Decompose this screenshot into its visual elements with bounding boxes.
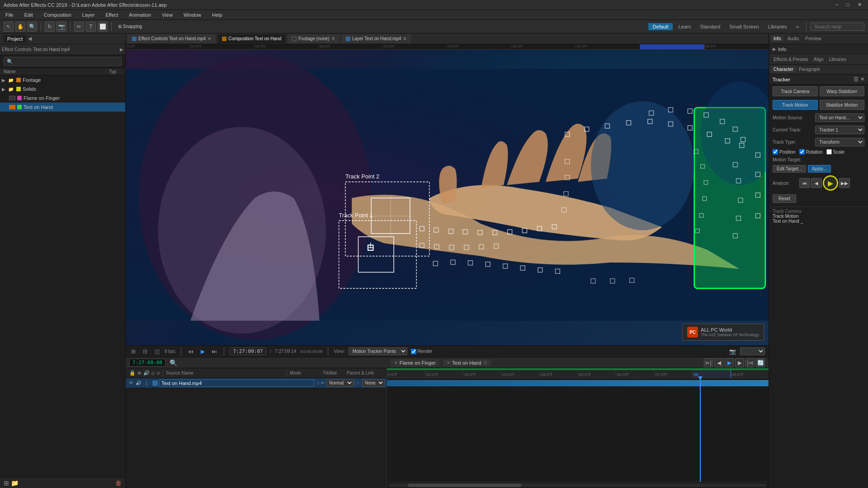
track-motion-btn[interactable]: Track Motion bbox=[773, 100, 818, 110]
apply-btn[interactable]: Apply... bbox=[808, 165, 831, 173]
solo-icon[interactable]: ◎ bbox=[151, 371, 155, 375]
current-timecode[interactable]: 7:27:00:07 bbox=[230, 347, 266, 355]
next-frame-btn[interactable]: ▶ bbox=[735, 358, 744, 367]
snapshot-btn[interactable]: 📷 bbox=[728, 347, 736, 356]
menu-file[interactable]: File bbox=[4, 11, 15, 19]
delete-icon[interactable]: 🗑 bbox=[115, 479, 122, 487]
menu-animation[interactable]: Animation bbox=[127, 11, 153, 19]
list-item[interactable]: ▶ Text on Hand bbox=[0, 103, 125, 112]
render-checkbox[interactable] bbox=[411, 349, 416, 354]
tab-footage[interactable]: Footage (none) ✕ bbox=[288, 34, 339, 43]
info-section-header[interactable]: ▶ Info bbox=[769, 44, 868, 54]
rpanel-tab-libs[interactable]: Libraries bbox=[826, 56, 849, 63]
scale-checkbox-label[interactable]: Scale bbox=[826, 149, 844, 155]
warp-stabilizer-btn[interactable]: Warp Stabilizer bbox=[820, 86, 865, 96]
workspace-default[interactable]: Default bbox=[648, 23, 673, 30]
tool-zoom[interactable]: 🔍 bbox=[27, 22, 37, 32]
tool-pen[interactable]: ✏ bbox=[74, 22, 84, 32]
position-checkbox[interactable] bbox=[773, 149, 778, 155]
zoom-in-btn[interactable]: 🔍 bbox=[169, 359, 177, 367]
layer-row[interactable]: 👁 🔊 1 ☆ ✏ Normal Add bbox=[126, 378, 387, 388]
rotation-checkbox-label[interactable]: Rotation bbox=[799, 149, 823, 155]
workspace-libraries[interactable]: Libraries bbox=[764, 23, 791, 30]
current-track-select[interactable]: Tracker 1 bbox=[815, 126, 864, 134]
go-to-start-btn[interactable]: ⏮ bbox=[187, 347, 195, 356]
composition-name-badge[interactable]: ✕ Flame on Finger bbox=[391, 359, 439, 366]
menu-help[interactable]: Help bbox=[210, 11, 224, 19]
search-help-input[interactable] bbox=[810, 23, 864, 31]
close-icon[interactable]: ✕ bbox=[331, 36, 335, 41]
zoom-select[interactable]: 200% bbox=[740, 347, 765, 355]
analyze-play-btn[interactable]: ▶ bbox=[823, 175, 838, 191]
vis-eye[interactable]: 👁 bbox=[127, 380, 135, 387]
tool-hand[interactable]: ✋ bbox=[15, 22, 25, 32]
loop-btn[interactable]: 🔄 bbox=[756, 358, 765, 367]
parent-selector[interactable]: None bbox=[362, 379, 385, 387]
menu-composition[interactable]: Composition bbox=[42, 11, 73, 19]
menu-effect[interactable]: Effect bbox=[104, 11, 120, 19]
go-to-end-btn[interactable]: ⏭ bbox=[210, 347, 218, 356]
close-btn[interactable]: ✕ bbox=[855, 2, 864, 8]
star-icon[interactable]: ☆ bbox=[316, 380, 320, 385]
workspace-learn[interactable]: Learn bbox=[675, 23, 694, 30]
edit-target-btn[interactable]: Edit Target... bbox=[773, 165, 806, 173]
analyze-forward-btn[interactable]: ▶▶ bbox=[839, 178, 850, 188]
rpanel-tab-character[interactable]: Character bbox=[771, 66, 796, 73]
lock-icon[interactable]: 🔒 bbox=[129, 370, 136, 376]
new-folder-icon[interactable]: 📁 bbox=[11, 479, 19, 487]
jump-out-btn[interactable]: |⊲ bbox=[745, 358, 755, 367]
panel-menu-btn[interactable]: ☰ bbox=[854, 76, 859, 83]
tab-composition[interactable]: Composition Text on Hand bbox=[217, 34, 286, 43]
transparency-btn[interactable]: ◫ bbox=[153, 347, 161, 356]
motion-source-select[interactable]: Text on Hand... bbox=[815, 113, 864, 122]
eye-icon[interactable]: 👁 bbox=[137, 371, 142, 376]
menu-view[interactable]: View bbox=[160, 11, 175, 19]
play-timeline-btn[interactable]: ▶ bbox=[725, 358, 734, 367]
snapping-toggle[interactable]: ⊞ Snapping bbox=[115, 24, 145, 29]
tool-rotate[interactable]: ↻ bbox=[45, 22, 55, 32]
rpanel-tab-effects[interactable]: Effects & Presets bbox=[771, 56, 811, 63]
timeline-scrollbar[interactable] bbox=[387, 482, 769, 488]
layer-settings-icon[interactable]: ☰ bbox=[483, 360, 487, 365]
expand-arrow[interactable]: ▶ bbox=[2, 87, 7, 92]
tool-camera[interactable]: 📷 bbox=[57, 22, 66, 32]
close-comp-icon[interactable]: ✕ bbox=[394, 361, 398, 365]
tab-effect-controls[interactable]: Effect Controls Text on Hand.mp4 ✕ bbox=[127, 34, 216, 43]
maximize-btn[interactable]: □ bbox=[844, 2, 852, 8]
workspace-overflow[interactable]: » bbox=[793, 23, 802, 30]
rpanel-tab-paragraph[interactable]: Paragraph bbox=[796, 66, 823, 73]
layer-name-input[interactable] bbox=[159, 380, 314, 387]
rpanel-tab-preview[interactable]: Preview bbox=[802, 35, 824, 42]
list-item[interactable]: ▶ 📁 Solids bbox=[0, 84, 125, 94]
close-tracker-icon[interactable]: ✕ bbox=[860, 76, 864, 82]
audio-btn[interactable]: 🔊 bbox=[135, 380, 142, 387]
audio-icon[interactable]: 🔊 bbox=[143, 370, 150, 376]
analyze-prev-btn[interactable]: ⏮ bbox=[799, 178, 810, 188]
tab-layer[interactable]: Layer Text on Hand.mp4 ✕ bbox=[341, 34, 411, 43]
current-time-display[interactable]: 7:27:08:08 bbox=[129, 359, 165, 366]
panel-tab-project[interactable]: Project bbox=[4, 35, 26, 42]
grid-btn[interactable]: ⊟ bbox=[141, 347, 149, 356]
menu-window[interactable]: Window bbox=[182, 11, 203, 19]
rpanel-tab-align[interactable]: Align bbox=[811, 56, 826, 63]
reset-exposure-btn[interactable]: ⊞ bbox=[129, 347, 137, 356]
workspace-standard[interactable]: Standard bbox=[697, 23, 724, 30]
project-search-input[interactable] bbox=[4, 57, 122, 66]
lock2-icon[interactable]: ⊘ bbox=[156, 371, 160, 375]
layer-name-badge[interactable]: ✕ Text on Hand ☰ bbox=[443, 359, 491, 366]
prev-frame-btn[interactable]: ◀ bbox=[714, 358, 723, 367]
menu-layer[interactable]: Layer bbox=[80, 11, 97, 19]
new-composition-icon[interactable]: ⊞ bbox=[4, 479, 9, 487]
list-item[interactable]: ▶ Flame on Finger bbox=[0, 94, 125, 103]
rpanel-tab-audio[interactable]: Audio bbox=[785, 35, 802, 42]
stabilize-motion-btn[interactable]: Stabilize Motion bbox=[820, 100, 865, 110]
scale-checkbox[interactable] bbox=[826, 149, 832, 155]
tool-text[interactable]: T bbox=[86, 22, 96, 32]
panel-arrow[interactable]: ▶ bbox=[120, 47, 123, 52]
position-checkbox-label[interactable]: Position bbox=[773, 149, 796, 155]
switch-icon[interactable]: ⊘ bbox=[356, 380, 362, 385]
analyze-back-btn[interactable]: ◀ bbox=[811, 178, 822, 188]
close-icon[interactable]: ✕ bbox=[403, 36, 406, 41]
track-camera-btn[interactable]: Track Camera bbox=[773, 86, 818, 96]
tool-select[interactable]: ↖ bbox=[4, 22, 14, 32]
